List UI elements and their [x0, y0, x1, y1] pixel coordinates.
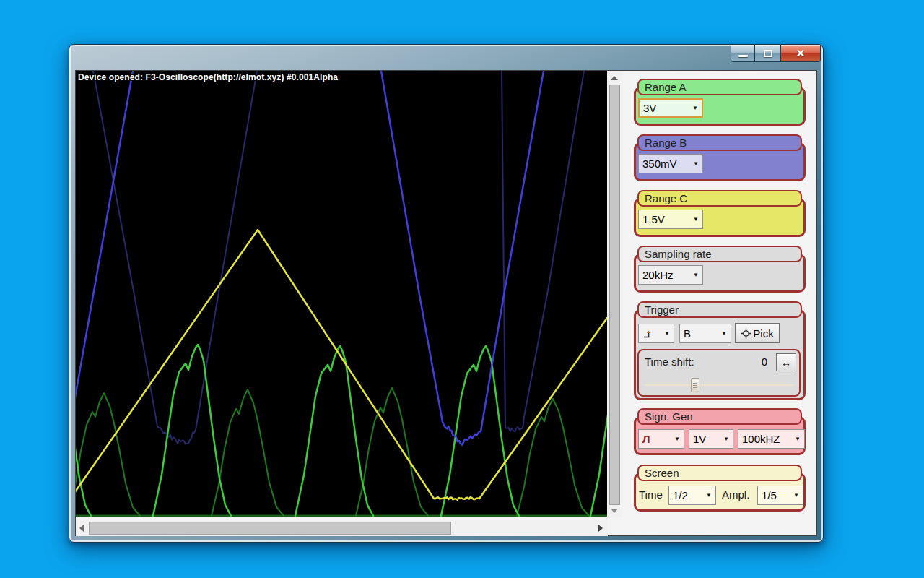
waveform-traces — [76, 71, 607, 517]
channel-c-bright-humps — [590, 345, 607, 516]
channel-c-dim-humps — [356, 388, 428, 516]
channel-a-trace — [76, 230, 607, 500]
client-area: Device opened: F3-Oscilloscope(http://el… — [75, 70, 817, 536]
chevron-down-icon: ▼ — [690, 272, 699, 278]
chevron-down-icon: ▼ — [661, 330, 670, 337]
channel-c-dim-humps — [517, 399, 589, 516]
panel-signal-generator: Sign. Gen Л ▼ 1V ▼ 100kHZ ▼ — [634, 416, 806, 455]
time-shift-value: 0 — [762, 355, 767, 368]
app-window: ✕ Device opened: F3-Oscilloscope(http://… — [69, 44, 824, 543]
window-controls: ✕ — [731, 45, 821, 62]
panel-trigger-legend: Trigger — [637, 301, 802, 318]
chevron-down-icon: ▼ — [720, 436, 729, 442]
generator-amplitude-select[interactable]: 1V ▼ — [689, 429, 733, 449]
rising-edge-icon — [642, 329, 654, 339]
panel-range-a: Range A 3V ▼ — [634, 87, 806, 126]
sampling-rate-value: 20kHz — [642, 269, 674, 281]
screen-ampl-label: Ampl. — [722, 488, 749, 501]
sampling-rate-select[interactable]: 20kHz ▼ — [638, 265, 703, 285]
generator-frequency-value: 100kHZ — [742, 433, 780, 445]
minimize-button[interactable] — [731, 45, 754, 62]
horizontal-shift-button[interactable]: ↔ — [776, 353, 796, 371]
time-shift-label: Time shift: — [645, 355, 694, 368]
generator-amplitude-value: 1V — [693, 433, 706, 445]
panel-range-c: Range C 1.5V ▼ — [634, 198, 806, 237]
minimize-icon — [738, 55, 748, 57]
chevron-down-icon: ▼ — [792, 436, 801, 442]
channel-c-bright-humps — [153, 345, 231, 516]
time-shift-slider-track[interactable] — [645, 384, 793, 386]
panel-range-c-legend: Range C — [637, 190, 802, 207]
time-shift-group: Time shift: 0 ↔ — [637, 349, 801, 397]
time-shift-slider-thumb[interactable] — [691, 378, 699, 392]
close-button[interactable]: ✕ — [781, 45, 821, 62]
pick-button[interactable]: Pick — [735, 323, 780, 343]
horizontal-scrollbar-thumb[interactable] — [89, 522, 451, 535]
chevron-down-icon: ▼ — [671, 436, 680, 442]
maximize-icon — [764, 50, 772, 57]
scroll-up-icon[interactable] — [611, 76, 618, 80]
chevron-down-icon: ▼ — [690, 160, 699, 167]
panel-screen-legend: Screen — [637, 465, 802, 481]
panel-range-a-legend: Range A — [637, 79, 802, 95]
panel-range-b: Range B 350mV ▼ — [634, 142, 806, 181]
left-right-arrow-icon: ↔ — [781, 357, 791, 368]
device-status-text: Device opened: F3-Oscilloscope(http://el… — [78, 72, 338, 82]
maximize-button[interactable] — [754, 45, 781, 62]
screen-time-label: Time — [639, 488, 663, 501]
oscilloscope-display[interactable]: Device opened: F3-Oscilloscope(http://el… — [76, 71, 607, 517]
generator-frequency-select[interactable]: 100kHZ ▼ — [738, 429, 805, 449]
scroll-left-icon[interactable] — [79, 525, 84, 532]
panel-sampling-rate-legend: Sampling rate — [637, 246, 802, 262]
screen-time-select[interactable]: 1/2 ▼ — [668, 486, 716, 505]
chevron-down-icon: ▼ — [689, 105, 698, 111]
chevron-down-icon: ▼ — [718, 330, 727, 337]
screen-time-value: 1/2 — [673, 489, 688, 501]
panel-trigger: Trigger ▼ B ▼ Pick Time shift — [634, 309, 806, 400]
chevron-down-icon: ▼ — [703, 492, 712, 499]
range-c-value: 1.5V — [642, 213, 665, 225]
trigger-source-value: B — [684, 327, 691, 340]
panel-signal-generator-legend: Sign. Gen — [637, 408, 802, 425]
trigger-edge-select[interactable]: ▼ — [638, 324, 674, 343]
range-b-value: 350mV — [642, 158, 677, 170]
waveform-select[interactable]: Л ▼ — [638, 429, 684, 449]
time-shift-slider[interactable] — [645, 378, 793, 392]
screen-ampl-select[interactable]: 1/5 ▼ — [757, 486, 803, 505]
titlebar[interactable] — [69, 45, 823, 70]
scroll-down-icon[interactable] — [611, 509, 618, 513]
square-wave-icon: Л — [642, 433, 650, 445]
close-icon: ✕ — [796, 48, 806, 59]
horizontal-scrollbar[interactable] — [76, 520, 608, 536]
range-c-select[interactable]: 1.5V ▼ — [638, 210, 703, 229]
range-a-value: 3V — [643, 102, 656, 114]
channel-c-dim-humps — [212, 389, 284, 516]
scroll-right-icon[interactable] — [598, 525, 603, 532]
channel-c-bright-humps — [76, 345, 91, 516]
crosshair-icon — [741, 328, 751, 339]
vertical-scrollbar-thumb[interactable] — [609, 85, 620, 505]
channel-b-dim-trace-2 — [502, 71, 584, 431]
vertical-scrollbar[interactable] — [608, 71, 622, 517]
desktop: { "window": { "buttons": { "minimize": "… — [0, 0, 924, 578]
range-b-select[interactable]: 350mV ▼ — [638, 154, 703, 173]
chevron-down-icon: ▼ — [790, 492, 799, 499]
screen-ampl-value: 1/5 — [762, 489, 777, 501]
panel-sampling-rate: Sampling rate 20kHz ▼ — [634, 254, 806, 293]
chevron-down-icon: ▼ — [690, 216, 699, 223]
pick-button-label: Pick — [753, 327, 773, 340]
range-a-select[interactable]: 3V ▼ — [638, 98, 703, 118]
panel-screen: Screen Time 1/2 ▼ Ampl. 1/5 ▼ — [634, 473, 806, 512]
trigger-source-select[interactable]: B ▼ — [679, 324, 731, 343]
panel-range-b-legend: Range B — [637, 134, 802, 151]
